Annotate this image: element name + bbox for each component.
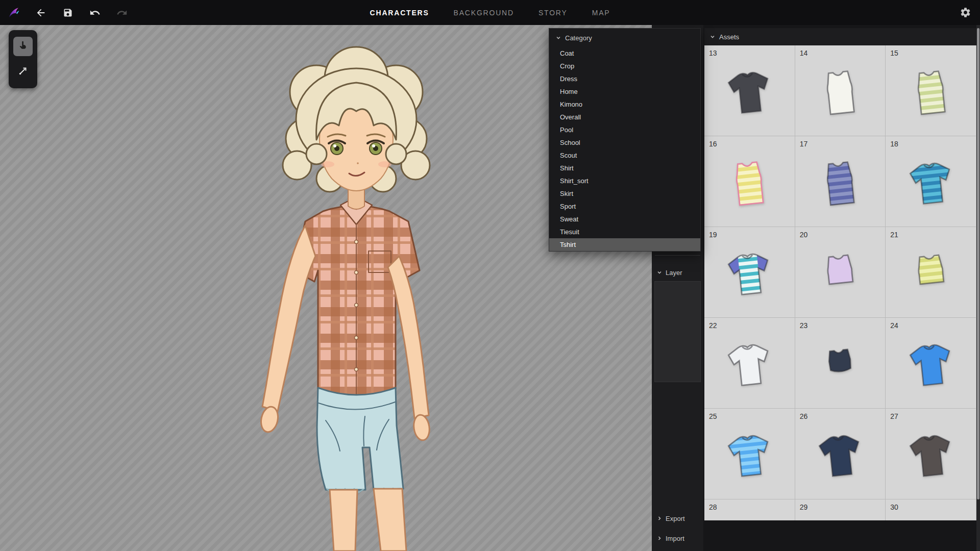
settings-button[interactable] <box>959 6 972 19</box>
asset-number: 17 <box>800 140 808 148</box>
asset-cell-30[interactable]: 30 <box>886 499 976 520</box>
category-item-sweat[interactable]: Sweat <box>549 213 700 226</box>
undo-button[interactable] <box>88 6 102 19</box>
asset-cell-21[interactable]: 21 <box>886 227 976 318</box>
asset-cell-13[interactable]: 13 <box>704 45 795 136</box>
category-item-tshirt[interactable]: Tshirt <box>549 238 700 251</box>
asset-cell-20[interactable]: 20 <box>795 227 886 318</box>
asset-cell-29[interactable]: 29 <box>795 499 886 520</box>
redo-button[interactable] <box>115 6 129 19</box>
category-item-shirt_sort[interactable]: Shirt_sort <box>549 174 700 187</box>
asset-number: 16 <box>709 140 717 148</box>
asset-cell-27[interactable]: 27 <box>886 409 976 499</box>
asset-number: 15 <box>890 49 898 57</box>
scrollbar-thumb[interactable] <box>977 28 979 499</box>
main-tabs: CHARACTERSBACKGROUNDSTORYMAP <box>370 0 610 25</box>
export-section-label: Export <box>666 515 685 522</box>
character-legs <box>330 489 406 551</box>
asset-thumbnail-tank <box>903 64 959 120</box>
diagonal-arrow-icon <box>18 66 28 78</box>
asset-thumbnail-tank <box>812 155 868 211</box>
asset-number: 26 <box>800 412 808 420</box>
assets-grid: 131415161718192021222324252627282930 <box>704 45 976 520</box>
asset-cell-25[interactable]: 25 <box>704 409 795 499</box>
asset-cell-19[interactable]: 19 <box>704 227 795 318</box>
category-item-pool[interactable]: Pool <box>549 123 700 136</box>
hand-icon <box>18 40 28 53</box>
asset-number: 27 <box>890 412 898 420</box>
category-list: CoatCropDressHomeKimonoOverallPoolSchool… <box>549 47 700 251</box>
canvas-tool-palette <box>9 30 37 88</box>
asset-cell-28[interactable]: 28 <box>704 499 795 520</box>
asset-number: 24 <box>890 321 898 330</box>
asset-thumbnail-tee <box>812 428 868 484</box>
export-section-header[interactable]: Export <box>652 511 703 525</box>
layer-section-header[interactable]: Layer <box>652 265 703 280</box>
asset-number: 19 <box>709 231 717 239</box>
category-item-coat[interactable]: Coat <box>549 47 700 60</box>
chevron-right-icon <box>657 515 662 522</box>
asset-cell-23[interactable]: 23 <box>795 318 886 409</box>
category-item-scout[interactable]: Scout <box>549 149 700 162</box>
chevron-down-icon <box>556 34 561 42</box>
asset-number: 20 <box>800 231 808 239</box>
asset-thumbnail-tee <box>721 246 777 302</box>
tab-background[interactable]: BACKGROUND <box>454 9 514 17</box>
tab-story[interactable]: STORY <box>538 9 568 17</box>
sidebar-divider <box>655 255 700 256</box>
asset-cell-15[interactable]: 15 <box>886 45 976 136</box>
chevron-right-icon <box>657 535 662 542</box>
category-item-crop[interactable]: Crop <box>549 60 700 72</box>
chevron-down-icon <box>657 269 662 277</box>
layer-section-label: Layer <box>666 269 682 277</box>
topbar-left-tools <box>0 6 129 19</box>
category-item-kimono[interactable]: Kimono <box>549 98 700 111</box>
chevron-down-icon <box>710 33 715 41</box>
asset-cell-18[interactable]: 18 <box>886 136 976 227</box>
asset-cell-14[interactable]: 14 <box>795 45 886 136</box>
asset-cell-22[interactable]: 22 <box>704 318 795 409</box>
asset-number: 13 <box>709 49 717 57</box>
app-root: CHARACTERSBACKGROUNDSTORYMAP <box>0 0 980 551</box>
asset-number: 21 <box>890 231 898 239</box>
import-section-label: Import <box>666 535 684 542</box>
character-illustration <box>240 32 470 551</box>
hand-tool-button[interactable] <box>13 37 33 56</box>
asset-number: 14 <box>800 49 808 57</box>
asset-thumbnail-crop <box>903 246 959 302</box>
save-button[interactable] <box>61 6 75 19</box>
asset-cell-24[interactable]: 24 <box>886 318 976 409</box>
asset-thumbnail-crop <box>812 246 868 302</box>
asset-number: 22 <box>709 321 717 330</box>
category-panel: Category CoatCropDressHomeKimonoOverallP… <box>549 28 701 252</box>
category-item-tiesuit[interactable]: Tiesuit <box>549 226 700 238</box>
tab-characters[interactable]: CHARACTERS <box>370 9 429 17</box>
assets-panel: Assets 131415161718192021222324252627282… <box>704 28 976 520</box>
asset-thumbnail-tee <box>903 155 959 211</box>
scale-tool-button[interactable] <box>13 62 33 82</box>
back-button[interactable] <box>34 6 47 19</box>
layer-list-panel <box>654 281 701 382</box>
asset-thumbnail-tee <box>903 428 959 484</box>
asset-cell-26[interactable]: 26 <box>795 409 886 499</box>
asset-number: 18 <box>890 140 898 148</box>
category-item-overall[interactable]: Overall <box>549 111 700 123</box>
app-logo-icon[interactable] <box>7 6 20 19</box>
import-section-header[interactable]: Import <box>652 531 703 545</box>
assets-scrollbar[interactable] <box>976 25 980 551</box>
assets-section-header[interactable]: Assets <box>704 28 976 45</box>
category-section-header[interactable]: Category <box>549 29 700 47</box>
asset-cell-17[interactable]: 17 <box>795 136 886 227</box>
asset-thumbnail-bra <box>812 337 868 393</box>
asset-thumbnail-tank <box>721 155 777 211</box>
asset-cell-16[interactable]: 16 <box>704 136 795 227</box>
category-item-skirt[interactable]: Skirt <box>549 187 700 200</box>
category-item-school[interactable]: School <box>549 136 700 149</box>
asset-number: 30 <box>890 503 898 511</box>
category-item-sport[interactable]: Sport <box>549 200 700 213</box>
category-item-dress[interactable]: Dress <box>549 72 700 85</box>
category-item-shirt[interactable]: Shirt <box>549 162 700 174</box>
tab-map[interactable]: MAP <box>592 9 610 17</box>
category-item-home[interactable]: Home <box>549 85 700 98</box>
asset-number: 28 <box>709 503 717 511</box>
